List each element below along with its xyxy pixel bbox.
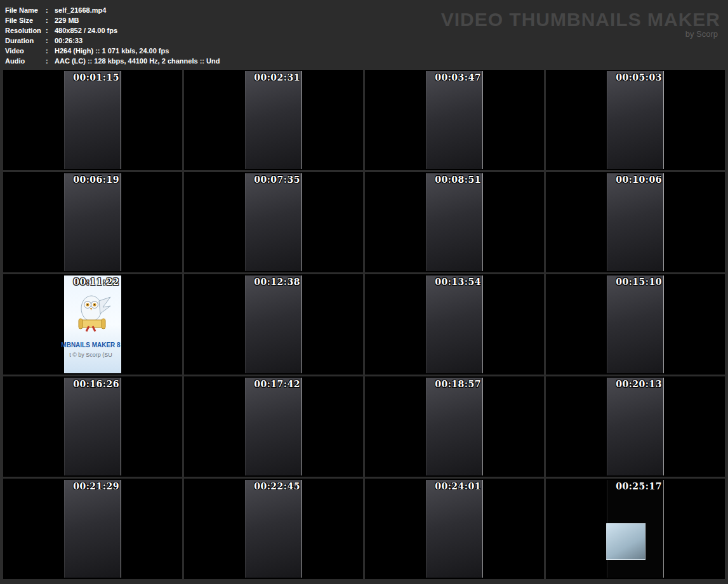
timestamp-label: 00:10:06 xyxy=(616,175,662,185)
timestamp-label: 00:21:29 xyxy=(73,481,119,491)
timestamp-label: 00:06:19 xyxy=(73,175,119,185)
timestamp-label: 00:11:22 xyxy=(73,277,119,287)
thumbnail-image-placeholder: 00:06:19 xyxy=(64,173,121,271)
thumbnail-image-placeholder: 00:05:03 xyxy=(607,71,664,169)
meta-field: Audio : AAC (LC) :: 128 kbps, 44100 Hz, … xyxy=(5,56,722,66)
thumbnail-cell: 00:20:13 xyxy=(546,376,725,477)
thumbnail-image-placeholder: 00:03:47 xyxy=(426,71,483,169)
owl-icon xyxy=(74,292,112,333)
meta-label: File Size xyxy=(5,15,46,25)
thumbnail-cell: 00:21:29 xyxy=(3,479,182,579)
vtm-logo-text: MBNAILS MAKER 8 xyxy=(61,342,120,348)
meta-label: File Name xyxy=(5,5,46,15)
app-watermark-title: VIDEO THUMBNAILS MAKER xyxy=(441,9,720,30)
thumbnail-cell: MBNAILS MAKER 8t © by Scorp (SU00:11:22 xyxy=(3,274,182,375)
meta-separator: : xyxy=(46,46,55,56)
thumbnail-image-placeholder: 00:21:29 xyxy=(64,480,121,578)
thumbnail-grid: 00:01:15 00:02:31 00:03:47 00:05:03 00:0… xyxy=(3,70,725,579)
thumbnail-image-placeholder: 00:22:45 xyxy=(245,480,302,578)
meta-label: Video xyxy=(5,46,46,56)
thumbnail-cell: 00:07:35 xyxy=(184,172,363,272)
meta-label: Audio xyxy=(5,56,46,66)
header-panel: File Name : self_21668.mp4 File Size : 2… xyxy=(0,0,728,70)
timestamp-label: 00:08:51 xyxy=(435,175,481,185)
timestamp-label: 00:18:57 xyxy=(435,379,481,389)
app-watermark: VIDEO THUMBNAILS MAKER by Scorp xyxy=(441,9,720,39)
thumbnail-cell: 00:22:45 xyxy=(184,479,363,579)
meta-separator: : xyxy=(46,5,55,15)
meta-separator: : xyxy=(46,15,55,25)
thumbnail-image-placeholder: 00:02:31 xyxy=(245,71,302,169)
timestamp-label: 00:12:38 xyxy=(254,277,300,287)
meta-value: 229 MB xyxy=(55,15,79,25)
timestamp-label: 00:22:45 xyxy=(254,481,300,491)
meta-separator: : xyxy=(46,56,55,66)
timestamp-label: 00:13:54 xyxy=(435,277,481,287)
thumbnail-cell: 00:13:54 xyxy=(365,274,544,375)
timestamp-label: 00:25:17 xyxy=(616,481,662,491)
thumbnail-image-placeholder: 00:07:35 xyxy=(245,173,302,271)
timestamp-label: 00:20:13 xyxy=(616,379,662,389)
timestamp-label: 00:02:31 xyxy=(254,72,300,83)
timestamp-label: 00:15:10 xyxy=(616,277,662,287)
thumbnail-cell: 00:05:03 xyxy=(546,70,725,170)
thumbnail-cell: 00:16:26 xyxy=(3,376,182,477)
timestamp-label: 00:24:01 xyxy=(435,481,481,491)
meta-label: Duration xyxy=(5,36,46,46)
meta-value: self_21668.mp4 xyxy=(55,5,106,15)
meta-separator: : xyxy=(46,36,55,46)
timestamp-label: 00:17:42 xyxy=(254,379,300,389)
timestamp-label: 00:01:15 xyxy=(73,72,119,83)
thumbnail-image-placeholder: 00:12:38 xyxy=(245,275,302,373)
thumbnail-cell: 00:25:17 xyxy=(546,479,725,579)
thumbnail-image-placeholder: 00:25:17 xyxy=(607,480,664,578)
meta-field: Video : H264 (High) :: 1 071 kb/s, 24.00… xyxy=(5,46,722,56)
contact-sheet-page: File Name : self_21668.mp4 File Size : 2… xyxy=(0,0,728,584)
thumbnail-cell: 00:08:51 xyxy=(365,172,544,272)
thumbnail-image-placeholder: 00:18:57 xyxy=(426,378,483,475)
timestamp-label: 00:03:47 xyxy=(435,72,481,83)
thumbnail-image-placeholder: 00:24:01 xyxy=(426,480,483,578)
thumbnail-cell: 00:10:06 xyxy=(546,172,725,272)
meta-value: 480x852 / 24.00 fps xyxy=(55,25,117,36)
thumbnail-cell: 00:17:42 xyxy=(184,376,363,477)
inset-frame-placeholder xyxy=(606,523,645,560)
thumbnail-cell: 00:24:01 xyxy=(365,479,544,579)
thumbnail-cell: 00:01:15 xyxy=(3,70,182,170)
thumbnail-image-placeholder: 00:16:26 xyxy=(64,378,121,475)
meta-value: 00:26:33 xyxy=(55,36,83,46)
thumbnail-image-placeholder: 00:08:51 xyxy=(426,173,483,271)
thumbnail-cell: 00:15:10 xyxy=(546,274,725,375)
app-watermark-subtitle: by Scorp xyxy=(441,29,718,39)
timestamp-label: 00:16:26 xyxy=(73,379,119,389)
thumbnail-cell: 00:12:38 xyxy=(184,274,363,375)
timestamp-label: 00:05:03 xyxy=(616,72,662,83)
thumbnail-image-placeholder: 00:17:42 xyxy=(245,378,302,475)
thumbnail-image-placeholder: 00:20:13 xyxy=(607,378,664,475)
vtm-logo-subtext: t © by Scorp (SU xyxy=(69,352,112,358)
thumbnail-image-placeholder: MBNAILS MAKER 8t © by Scorp (SU00:11:22 xyxy=(64,275,121,373)
thumbnail-image-placeholder: 00:13:54 xyxy=(426,275,483,373)
thumbnail-cell: 00:02:31 xyxy=(184,70,363,170)
thumbnail-image-placeholder: 00:10:06 xyxy=(607,173,664,271)
meta-label: Resolution xyxy=(5,25,46,36)
timestamp-label: 00:07:35 xyxy=(254,175,300,185)
thumbnail-image-placeholder: 00:01:15 xyxy=(64,71,121,169)
thumbnail-cell: 00:03:47 xyxy=(365,70,544,170)
meta-value: H264 (High) :: 1 071 kb/s, 24.00 fps xyxy=(55,46,169,56)
thumbnail-image-placeholder: 00:15:10 xyxy=(607,275,664,373)
thumbnail-cell: 00:18:57 xyxy=(365,376,544,477)
meta-separator: : xyxy=(46,25,55,36)
meta-value: AAC (LC) :: 128 kbps, 44100 Hz, 2 channe… xyxy=(55,56,220,66)
thumbnail-cell: 00:06:19 xyxy=(3,172,182,272)
